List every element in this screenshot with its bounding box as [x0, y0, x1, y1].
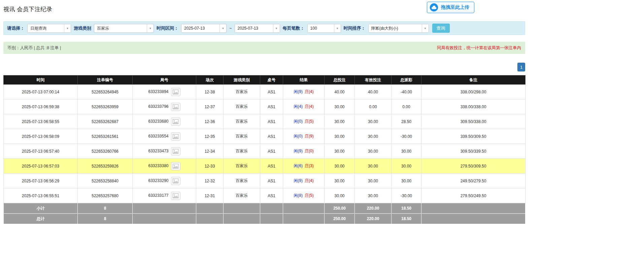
cell-result: 闲(9)庄(4) [283, 174, 325, 188]
table-row[interactable]: 2025-07-13 06:57:03522653259826633233380… [4, 159, 526, 174]
view-result-image-button[interactable] [171, 103, 180, 111]
cell-bet-id: 522653259826 [78, 159, 133, 174]
view-result-image-button[interactable] [171, 177, 180, 185]
summary-empty-cell [196, 203, 224, 214]
round-id-text: 633233380 [148, 163, 168, 168]
pagination-page-1-button[interactable]: 1 [517, 63, 525, 71]
cell-total-bet-link[interactable]: 30.00 [325, 129, 355, 144]
cell-session: 12-33 [196, 159, 224, 174]
image-icon [173, 90, 178, 94]
view-result-image-button[interactable] [171, 118, 180, 126]
round-id-text: 633233473 [148, 149, 168, 153]
cell-bet-id: 522653264945 [78, 85, 133, 99]
result-banker: 庄(4) [305, 104, 314, 109]
cell-total-bet-link[interactable]: 40.00 [325, 85, 355, 99]
summary-empty-cell [421, 214, 526, 224]
table-header-row: 时间注单编号局号场次游戏类别桌号结果总投注有效投注总派彩备注 [4, 75, 526, 85]
date-from-select[interactable]: 2025-07-13 ▾ [181, 24, 227, 33]
column-header: 场次 [196, 75, 224, 85]
cell-time: 2025-07-13 07:00:14 [4, 85, 78, 99]
search-button[interactable]: 查询 [432, 24, 450, 33]
table-row[interactable]: 2025-07-13 06:58:09522653261561633233554… [4, 129, 526, 144]
cell-note: 309.50/339.50 [421, 144, 526, 159]
table-row[interactable]: 2025-07-13 07:00:14522653264945633233894… [4, 85, 526, 99]
cell-table-no: AS1 [260, 85, 283, 99]
cell-total-bet-link[interactable]: 30.00 [325, 188, 355, 203]
result-banker: 庄(0) [305, 149, 314, 153]
page-size-value: 100 [308, 24, 334, 32]
cell-bet-id: 522653263959 [78, 99, 133, 114]
cloud-upload-icon [430, 3, 438, 12]
result-player: 闲(9) [294, 178, 303, 183]
summary-label: 小计 [4, 203, 78, 214]
cell-session: 12-38 [196, 85, 224, 99]
sort-order-select[interactable]: 降冪(由大到小) ▾ [368, 24, 429, 33]
query-type-select[interactable]: 日期查询 ▾ [27, 24, 71, 33]
date-range-label: 时间区间： [157, 25, 178, 31]
table-row[interactable]: 2025-07-13 06:59:38522653263959633233796… [4, 99, 526, 114]
result-player: 闲(8) [294, 193, 303, 198]
cell-game-type: 百家乐 [224, 114, 260, 129]
cell-game-type: 百家乐 [224, 99, 260, 114]
table-row[interactable]: 2025-07-13 06:55:51522653257680633233177… [4, 188, 526, 203]
table-row[interactable]: 2025-07-13 06:58:55522653262687633233680… [4, 114, 526, 129]
chevron-down-icon: ▾ [334, 24, 341, 32]
grand-total-row: 总计8250.00220.0018.50 [4, 214, 526, 224]
view-result-image-button[interactable] [171, 162, 180, 170]
cell-total-bet-link[interactable]: 30.00 [325, 99, 355, 114]
cell-payout: -30.00 [392, 129, 421, 144]
cell-bet-id: 522653257680 [78, 188, 133, 203]
cell-table-no: AS1 [260, 99, 283, 114]
view-result-image-button[interactable] [171, 88, 180, 96]
column-header: 游戏类别 [224, 75, 260, 85]
cell-note: 279.50/309.50 [421, 159, 526, 174]
image-icon [173, 149, 178, 154]
cell-valid-bet: 30.00 [355, 114, 392, 129]
date-range-separator: ~ [229, 26, 232, 31]
summary-empty-cell [133, 203, 196, 214]
cell-time: 2025-07-13 06:58:55 [4, 114, 78, 129]
cell-total-bet-link[interactable]: 30.00 [325, 174, 355, 188]
cell-total-bet-link[interactable]: 30.00 [325, 114, 355, 129]
cell-total-bet-link[interactable]: 30.00 [325, 159, 355, 174]
view-result-image-button[interactable] [171, 132, 180, 141]
result-player: 闲(4) [294, 104, 303, 109]
chevron-down-icon: ▾ [422, 24, 429, 32]
cell-note: 249.50/279.50 [421, 174, 526, 188]
cell-round-id: 633233796 [133, 99, 196, 114]
cell-payout: 30.00 [392, 159, 421, 174]
game-type-label: 游戏类别 [74, 25, 91, 31]
cell-payout: 30.00 [392, 174, 421, 188]
summary-empty-cell [260, 214, 283, 224]
cell-total-bet-link[interactable]: 30.00 [325, 144, 355, 159]
summary-empty-cell [224, 203, 260, 214]
summary-valid-bet: 220.00 [355, 214, 392, 224]
date-to-select[interactable]: 2025-07-13 ▾ [235, 24, 280, 33]
summary-empty-cell [133, 214, 196, 224]
upload-dropzone[interactable]: 拖拽至此上传 [427, 2, 474, 13]
summary-empty-cell [283, 203, 325, 214]
summary-total-bet: 250.00 [325, 214, 355, 224]
table-row[interactable]: 2025-07-13 06:57:40522653260766633233473… [4, 144, 526, 159]
cell-session: 12-34 [196, 144, 224, 159]
table-row[interactable]: 2025-07-13 06:56:29522653258840633233290… [4, 174, 526, 188]
date-to-value: 2025-07-13 [235, 24, 273, 32]
page-size-select[interactable]: 100 ▾ [307, 24, 341, 33]
upload-label: 拖拽至此上传 [441, 4, 469, 10]
chevron-down-icon: ▾ [147, 24, 154, 32]
result-player: 闲(9) [294, 149, 303, 153]
view-result-image-button[interactable] [171, 192, 180, 200]
cell-game-type: 百家乐 [224, 144, 260, 159]
result-banker: 庄(9) [305, 134, 314, 139]
column-header: 结果 [283, 75, 325, 85]
game-type-select[interactable]: 百家乐 ▾ [94, 24, 154, 33]
summary-label: 总计 [4, 214, 78, 224]
cell-round-id: 633233894 [133, 85, 196, 99]
view-result-image-button[interactable] [171, 147, 180, 155]
column-header: 总投注 [325, 75, 355, 85]
result-banker: 庄(5) [305, 193, 314, 198]
column-header: 有效投注 [355, 75, 392, 85]
cell-valid-bet: 40.00 [355, 85, 392, 99]
cell-bet-id: 522653260766 [78, 144, 133, 159]
cell-bet-id: 522653258840 [78, 174, 133, 188]
